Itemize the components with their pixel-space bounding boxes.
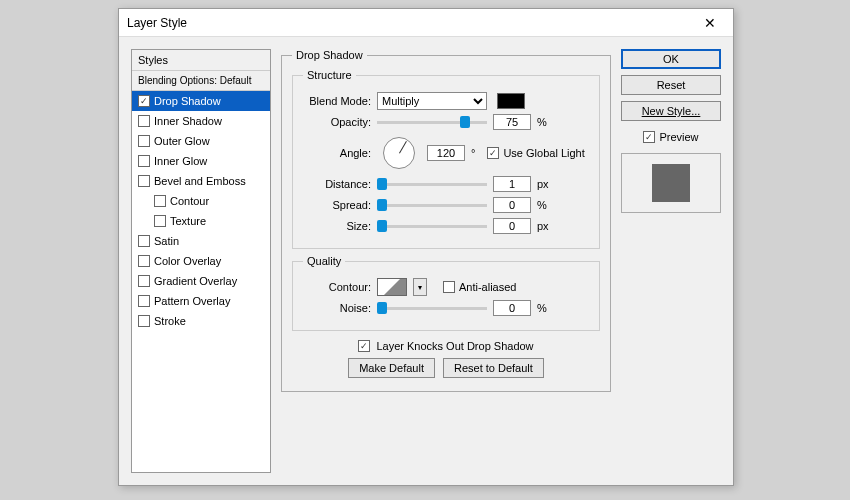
angle-unit: ° [471,147,475,159]
style-label: Gradient Overlay [154,275,237,287]
style-checkbox[interactable] [138,115,150,127]
opacity-unit: % [537,116,547,128]
style-checkbox[interactable] [138,295,150,307]
styles-list: Styles Blending Options: Default Drop Sh… [131,49,271,473]
reset-default-button[interactable]: Reset to Default [443,358,544,378]
style-item-texture[interactable]: Texture [132,211,270,231]
size-slider[interactable] [377,225,487,228]
style-label: Texture [170,215,206,227]
global-light-label: Use Global Light [503,147,584,159]
style-checkbox[interactable] [138,175,150,187]
style-checkbox[interactable] [138,255,150,267]
style-checkbox[interactable] [138,235,150,247]
reset-button[interactable]: Reset [621,75,721,95]
layer-style-dialog: Layer Style ✕ Styles Blending Options: D… [118,8,734,486]
noise-input[interactable] [493,300,531,316]
style-item-inner-glow[interactable]: Inner Glow [132,151,270,171]
spread-input[interactable] [493,197,531,213]
angle-dial[interactable] [383,137,415,169]
make-default-button[interactable]: Make Default [348,358,435,378]
style-checkbox[interactable] [154,195,166,207]
drop-shadow-group: Drop Shadow Structure Blend Mode: Multip… [281,49,611,392]
noise-label: Noise: [303,302,371,314]
opacity-input[interactable] [493,114,531,130]
opacity-slider[interactable] [377,121,487,124]
contour-picker[interactable]: ▾ [413,278,427,296]
style-label: Contour [170,195,209,207]
knockout-label: Layer Knocks Out Drop Shadow [376,340,533,352]
size-unit: px [537,220,549,232]
preview-box [621,153,721,213]
size-input[interactable] [493,218,531,234]
style-checkbox[interactable] [138,275,150,287]
style-checkbox[interactable] [138,95,150,107]
distance-label: Distance: [303,178,371,190]
distance-slider[interactable] [377,183,487,186]
distance-input[interactable] [493,176,531,192]
style-label: Bevel and Emboss [154,175,246,187]
structure-legend: Structure [303,69,356,81]
noise-slider[interactable] [377,307,487,310]
shadow-color-swatch[interactable] [497,93,525,109]
style-checkbox[interactable] [138,155,150,167]
spread-label: Spread: [303,199,371,211]
new-style-button[interactable]: New Style... [621,101,721,121]
preview-swatch [652,164,690,202]
style-item-bevel-and-emboss[interactable]: Bevel and Emboss [132,171,270,191]
right-panel: OK Reset New Style... Preview [621,49,721,473]
quality-group: Quality Contour: ▾ Anti-aliased Noise: [292,255,600,331]
structure-group: Structure Blend Mode: Multiply Opacity: … [292,69,600,249]
style-item-stroke[interactable]: Stroke [132,311,270,331]
style-label: Inner Glow [154,155,207,167]
preview-checkbox[interactable] [643,131,655,143]
style-item-color-overlay[interactable]: Color Overlay [132,251,270,271]
close-button[interactable]: ✕ [695,12,725,34]
style-label: Satin [154,235,179,247]
antialiased-checkbox[interactable] [443,281,455,293]
distance-unit: px [537,178,549,190]
global-light-checkbox[interactable] [487,147,499,159]
drop-shadow-legend: Drop Shadow [292,49,367,61]
knockout-checkbox[interactable] [358,340,370,352]
style-item-contour[interactable]: Contour [132,191,270,211]
style-checkbox[interactable] [154,215,166,227]
contour-swatch[interactable] [377,278,407,296]
blend-mode-select[interactable]: Multiply [377,92,487,110]
style-item-gradient-overlay[interactable]: Gradient Overlay [132,271,270,291]
dialog-title: Layer Style [127,16,695,30]
contour-label: Contour: [303,281,371,293]
noise-unit: % [537,302,547,314]
style-item-satin[interactable]: Satin [132,231,270,251]
angle-label: Angle: [303,147,371,159]
preview-label: Preview [659,131,698,143]
style-checkbox[interactable] [138,135,150,147]
style-item-inner-shadow[interactable]: Inner Shadow [132,111,270,131]
style-label: Pattern Overlay [154,295,230,307]
style-item-pattern-overlay[interactable]: Pattern Overlay [132,291,270,311]
blending-options[interactable]: Blending Options: Default [132,71,270,91]
styles-header[interactable]: Styles [132,50,270,71]
style-label: Inner Shadow [154,115,222,127]
ok-button[interactable]: OK [621,49,721,69]
style-checkbox[interactable] [138,315,150,327]
size-label: Size: [303,220,371,232]
blend-mode-label: Blend Mode: [303,95,371,107]
style-label: Stroke [154,315,186,327]
titlebar: Layer Style ✕ [119,9,733,37]
style-item-drop-shadow[interactable]: Drop Shadow [132,91,270,111]
style-label: Color Overlay [154,255,221,267]
style-item-outer-glow[interactable]: Outer Glow [132,131,270,151]
spread-slider[interactable] [377,204,487,207]
antialiased-label: Anti-aliased [459,281,516,293]
opacity-label: Opacity: [303,116,371,128]
quality-legend: Quality [303,255,345,267]
angle-input[interactable] [427,145,465,161]
style-label: Outer Glow [154,135,210,147]
style-label: Drop Shadow [154,95,221,107]
main-panel: Drop Shadow Structure Blend Mode: Multip… [281,49,611,473]
spread-unit: % [537,199,547,211]
